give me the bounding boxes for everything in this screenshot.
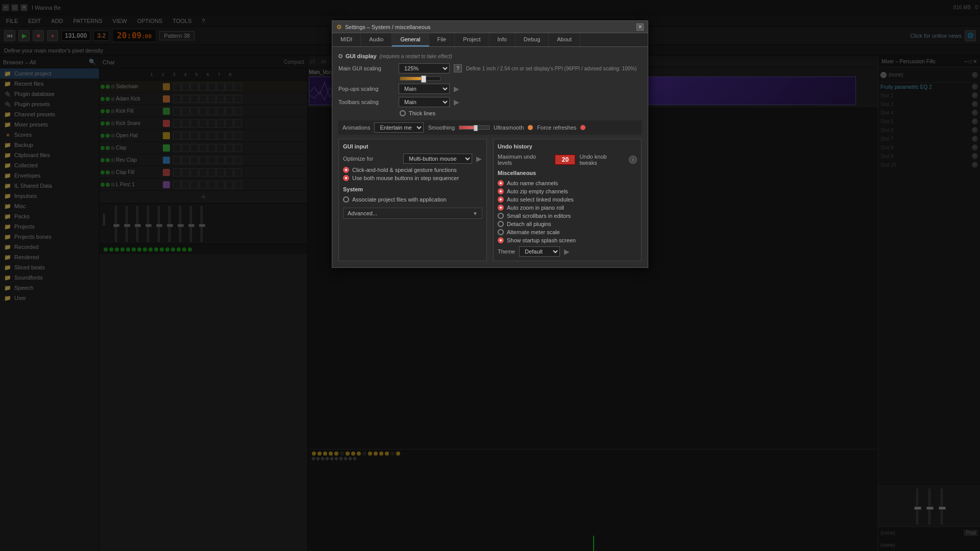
splash-radio[interactable] [498,237,504,243]
settings-modal: ⚙ Settings – System / miscellaneous ✕ MI… [332,20,648,268]
max-undo-row: Maximum undo levels 20 Undo knob tweaks … [498,154,637,166]
popups-label: Pop-ups scaling [338,86,395,92]
main-scaling-select[interactable]: 125% 100% 150% [399,63,450,73]
knob-tweaks-label: Undo knob tweaks [579,154,625,166]
animations-row: Animations Entertain me None All Smoothi… [338,120,642,135]
main-scaling-row: Main GUI scaling 125% 100% 150% ? Define… [338,63,642,73]
thick-lines-label: Thick lines [409,110,435,116]
max-undo-label: Maximum undo levels [498,154,551,166]
theme-select[interactable]: Default [519,246,560,257]
thick-lines-row: Thick lines [400,110,642,116]
gui-input-col: GUI input Optimize for Multi-button mous… [338,139,487,261]
assoc-radio[interactable] [343,196,349,203]
gui-display-section: GUI display (requires a restart to take … [338,53,642,135]
auto-name-row: Auto name channels [498,180,637,186]
main-scaling-label: Main GUI scaling [338,65,395,71]
assoc-row: Associate project files with application [343,196,482,203]
detach-radio[interactable] [498,221,504,227]
popups-chevron[interactable]: ▶ [454,85,459,93]
ultrasmooth-dot[interactable] [528,125,533,130]
toolbars-scaling-row: Toolbars scaling Main ▶ [338,97,642,107]
optimize-chevron[interactable]: ▶ [476,155,482,163]
both-mouse-radio[interactable] [343,175,349,181]
optimize-select[interactable]: Multi-button mouse Single-button mouse [403,154,472,164]
tab-project[interactable]: Project [455,33,489,46]
scaling-slider-track[interactable] [400,77,440,81]
modal-tabs: MIDI Audio General File Project Info Deb… [332,33,648,47]
modal-close-button[interactable]: ✕ [636,23,644,31]
force-refreshes-label: Force refreshes [537,124,576,131]
alt-meter-radio[interactable] [498,229,504,235]
settings-icon: ⚙ [336,23,342,31]
system-section: System Associate project files with appl… [343,186,482,203]
max-undo-input[interactable]: 20 [555,155,575,165]
modal-overlay: ⚙ Settings – System / miscellaneous ✕ MI… [0,0,980,551]
advanced-label: Advanced... [348,210,377,216]
click-hold-radio[interactable] [343,167,349,173]
gui-display-hint: (requires a restart to take effect) [380,54,452,59]
auto-zip-row: Auto zip empty channels [498,188,637,194]
theme-label: Theme [498,248,515,255]
both-mouse-row: Use both mouse buttons in step sequencer [343,175,482,181]
auto-select-row: Auto select linked modules [498,196,637,203]
optimize-row: Optimize for Multi-button mouse Single-b… [343,154,482,164]
section-radio [338,54,342,58]
auto-name-label: Auto name channels [507,180,558,186]
auto-zip-radio[interactable] [498,188,504,194]
undo-title: Undo history [498,143,637,149]
small-scroll-label: Small scrollbars in editors [507,213,571,219]
system-title: System [343,186,482,192]
tab-debug[interactable]: Debug [516,33,549,46]
tab-midi[interactable]: MIDI [332,33,361,46]
advanced-chevron: ▼ [473,211,478,216]
ultrasmooth-label: Ultrasmooth [494,124,524,131]
tab-audio[interactable]: Audio [361,33,392,46]
auto-zoom-row: Auto zoom in piano roll [498,205,637,211]
auto-select-radio[interactable] [498,196,504,203]
small-scroll-radio[interactable] [498,213,504,219]
click-hold-row: Click-and-hold & special gesture functio… [343,167,482,173]
smoothing-slider[interactable] [459,126,489,130]
animations-select[interactable]: Entertain me None All [374,122,424,133]
auto-zip-label: Auto zip empty channels [507,188,568,194]
smooth-thumb[interactable] [474,125,478,131]
smoothing-label: Smoothing [428,124,455,131]
tab-general[interactable]: General [392,33,429,46]
animations-label: Animations [342,124,370,131]
detach-label: Detach all plugins [507,221,551,227]
tab-file[interactable]: File [429,33,455,46]
knob-tweaks-info[interactable]: i [629,156,637,164]
advanced-button[interactable]: Advanced... ▼ [343,208,482,219]
gui-input-title: GUI input [343,143,482,149]
tab-about[interactable]: About [549,33,580,46]
auto-select-label: Auto select linked modules [507,196,574,203]
toolbars-chevron[interactable]: ▶ [454,98,459,106]
scaling-desc: Define 1 inch / 2.54 cm or set display's… [466,66,636,71]
misc-title: Miscellaneous [498,170,637,176]
detach-row: Detach all plugins [498,221,637,227]
alt-meter-label: Alternate meter scale [507,229,560,235]
popups-select[interactable]: Main [399,84,450,94]
assoc-label: Associate project files with application [352,196,447,203]
auto-name-radio[interactable] [498,180,504,186]
auto-zoom-radio[interactable] [498,205,504,211]
thick-lines-radio[interactable] [400,110,406,116]
popups-scaling-row: Pop-ups scaling Main ▶ [338,84,642,94]
modal-two-col: GUI input Optimize for Multi-button mous… [338,139,642,261]
click-hold-label: Click-and-hold & special gesture functio… [352,167,457,173]
modal-titlebar: ⚙ Settings – System / miscellaneous ✕ [332,21,648,33]
tab-info[interactable]: Info [489,33,516,46]
modal-title: Settings – System / miscellaneous [345,24,633,30]
toolbars-label: Toolbars scaling [338,99,395,105]
section-header-row: GUI display (requires a restart to take … [338,53,642,59]
scaling-slider-container [400,77,642,81]
scaling-help-button[interactable]: ? [454,64,462,72]
scaling-slider-thumb[interactable] [421,76,426,83]
toolbars-select[interactable]: Main [399,97,450,107]
small-scroll-row: Small scrollbars in editors [498,213,637,219]
smooth-fill [459,126,474,129]
optimize-label: Optimize for [343,156,399,162]
theme-chevron[interactable]: ▶ [564,247,570,256]
force-refreshes-dot[interactable] [580,125,585,130]
splash-label: Show startup splash screen [507,237,576,243]
